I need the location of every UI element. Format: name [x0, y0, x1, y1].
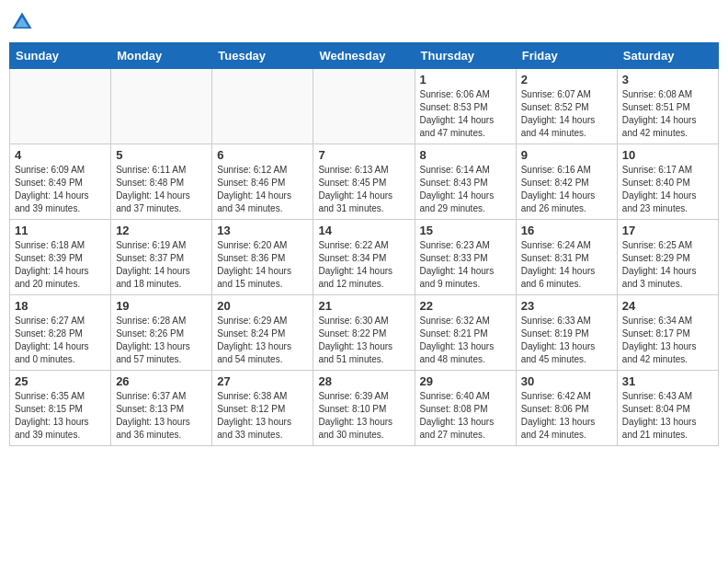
week-row-1: 1Sunrise: 6:06 AM Sunset: 8:53 PM Daylig… [10, 69, 719, 144]
cell-info: Sunrise: 6:14 AM Sunset: 8:43 PM Dayligh… [420, 164, 511, 215]
calendar-cell: 26Sunrise: 6:37 AM Sunset: 8:13 PM Dayli… [111, 371, 212, 446]
day-number: 31 [622, 374, 713, 388]
calendar-cell: 21Sunrise: 6:30 AM Sunset: 8:22 PM Dayli… [313, 295, 415, 371]
day-number: 23 [521, 299, 612, 313]
cell-info: Sunrise: 6:17 AM Sunset: 8:40 PM Dayligh… [622, 164, 713, 215]
calendar-cell: 30Sunrise: 6:42 AM Sunset: 8:06 PM Dayli… [516, 371, 617, 446]
day-number: 22 [420, 299, 511, 313]
calendar-cell: 17Sunrise: 6:25 AM Sunset: 8:29 PM Dayli… [617, 220, 718, 295]
cell-info: Sunrise: 6:32 AM Sunset: 8:21 PM Dayligh… [420, 315, 511, 366]
cell-info: Sunrise: 6:19 AM Sunset: 8:37 PM Dayligh… [116, 239, 207, 291]
day-number: 25 [15, 374, 106, 388]
cell-info: Sunrise: 6:37 AM Sunset: 8:13 PM Dayligh… [116, 390, 207, 442]
cell-info: Sunrise: 6:11 AM Sunset: 8:48 PM Dayligh… [116, 164, 207, 215]
calendar-cell: 13Sunrise: 6:20 AM Sunset: 8:36 PM Dayli… [212, 220, 313, 295]
calendar-cell: 28Sunrise: 6:39 AM Sunset: 8:10 PM Dayli… [313, 371, 415, 446]
cell-info: Sunrise: 6:29 AM Sunset: 8:24 PM Dayligh… [217, 315, 308, 366]
calendar-cell: 22Sunrise: 6:32 AM Sunset: 8:21 PM Dayli… [415, 295, 516, 371]
header-day-thursday: Thursday [415, 43, 516, 69]
calendar-cell: 19Sunrise: 6:28 AM Sunset: 8:26 PM Dayli… [111, 295, 212, 371]
calendar-cell: 9Sunrise: 6:16 AM Sunset: 8:42 PM Daylig… [516, 144, 617, 220]
day-number: 27 [217, 374, 308, 388]
cell-info: Sunrise: 6:09 AM Sunset: 8:49 PM Dayligh… [15, 164, 106, 215]
day-number: 29 [420, 374, 511, 388]
calendar-cell: 29Sunrise: 6:40 AM Sunset: 8:08 PM Dayli… [415, 371, 516, 446]
calendar-cell: 2Sunrise: 6:07 AM Sunset: 8:52 PM Daylig… [516, 69, 617, 144]
calendar-cell: 3Sunrise: 6:08 AM Sunset: 8:51 PM Daylig… [617, 69, 718, 144]
cell-info: Sunrise: 6:34 AM Sunset: 8:17 PM Dayligh… [622, 315, 713, 366]
calendar-cell: 11Sunrise: 6:18 AM Sunset: 8:39 PM Dayli… [10, 220, 111, 295]
day-number: 1 [420, 73, 511, 86]
header-day-wednesday: Wednesday [313, 43, 415, 69]
calendar-cell: 25Sunrise: 6:35 AM Sunset: 8:15 PM Dayli… [10, 371, 111, 446]
day-number: 4 [15, 148, 106, 162]
header-day-friday: Friday [516, 43, 617, 69]
day-number: 10 [622, 148, 713, 162]
week-row-5: 25Sunrise: 6:35 AM Sunset: 8:15 PM Dayli… [10, 371, 719, 446]
cell-info: Sunrise: 6:35 AM Sunset: 8:15 PM Dayligh… [15, 390, 106, 442]
day-number: 18 [15, 299, 106, 313]
cell-info: Sunrise: 6:40 AM Sunset: 8:08 PM Dayligh… [420, 390, 511, 442]
day-number: 5 [116, 148, 207, 162]
calendar-cell: 5Sunrise: 6:11 AM Sunset: 8:48 PM Daylig… [111, 144, 212, 220]
logo [9, 9, 39, 35]
calendar-cell: 7Sunrise: 6:13 AM Sunset: 8:45 PM Daylig… [313, 144, 415, 220]
header-day-tuesday: Tuesday [212, 43, 313, 69]
cell-info: Sunrise: 6:30 AM Sunset: 8:22 PM Dayligh… [318, 315, 409, 366]
cell-info: Sunrise: 6:13 AM Sunset: 8:45 PM Dayligh… [318, 164, 409, 215]
header-day-sunday: Sunday [10, 43, 111, 69]
calendar-cell: 14Sunrise: 6:22 AM Sunset: 8:34 PM Dayli… [313, 220, 415, 295]
day-number: 8 [420, 148, 511, 162]
calendar-table: SundayMondayTuesdayWednesdayThursdayFrid… [9, 42, 719, 446]
week-row-2: 4Sunrise: 6:09 AM Sunset: 8:49 PM Daylig… [10, 144, 719, 220]
cell-info: Sunrise: 6:39 AM Sunset: 8:10 PM Dayligh… [318, 390, 409, 442]
header-day-saturday: Saturday [617, 43, 718, 69]
day-number: 30 [521, 374, 612, 388]
cell-info: Sunrise: 6:18 AM Sunset: 8:39 PM Dayligh… [15, 239, 106, 291]
calendar-cell [313, 69, 415, 144]
cell-info: Sunrise: 6:22 AM Sunset: 8:34 PM Dayligh… [318, 239, 409, 291]
calendar-cell: 18Sunrise: 6:27 AM Sunset: 8:28 PM Dayli… [10, 295, 111, 371]
cell-info: Sunrise: 6:42 AM Sunset: 8:06 PM Dayligh… [521, 390, 612, 442]
day-number: 9 [521, 148, 612, 162]
calendar-cell: 12Sunrise: 6:19 AM Sunset: 8:37 PM Dayli… [111, 220, 212, 295]
cell-info: Sunrise: 6:16 AM Sunset: 8:42 PM Dayligh… [521, 164, 612, 215]
cell-info: Sunrise: 6:28 AM Sunset: 8:26 PM Dayligh… [116, 315, 207, 366]
cell-info: Sunrise: 6:24 AM Sunset: 8:31 PM Dayligh… [521, 239, 612, 291]
day-number: 16 [521, 224, 612, 237]
calendar-cell: 24Sunrise: 6:34 AM Sunset: 8:17 PM Dayli… [617, 295, 718, 371]
cell-info: Sunrise: 6:08 AM Sunset: 8:51 PM Dayligh… [622, 88, 713, 140]
day-number: 26 [116, 374, 207, 388]
calendar-cell [111, 69, 212, 144]
calendar-cell: 16Sunrise: 6:24 AM Sunset: 8:31 PM Dayli… [516, 220, 617, 295]
cell-info: Sunrise: 6:06 AM Sunset: 8:53 PM Dayligh… [420, 88, 511, 140]
day-number: 2 [521, 73, 612, 86]
calendar-cell [10, 69, 111, 144]
calendar-cell: 8Sunrise: 6:14 AM Sunset: 8:43 PM Daylig… [415, 144, 516, 220]
calendar-cell: 4Sunrise: 6:09 AM Sunset: 8:49 PM Daylig… [10, 144, 111, 220]
header-day-monday: Monday [111, 43, 212, 69]
cell-info: Sunrise: 6:23 AM Sunset: 8:33 PM Dayligh… [420, 239, 511, 291]
cell-info: Sunrise: 6:20 AM Sunset: 8:36 PM Dayligh… [217, 239, 308, 291]
day-number: 14 [318, 224, 409, 237]
day-number: 20 [217, 299, 308, 313]
day-number: 17 [622, 224, 713, 237]
cell-info: Sunrise: 6:12 AM Sunset: 8:46 PM Dayligh… [217, 164, 308, 215]
calendar-cell: 20Sunrise: 6:29 AM Sunset: 8:24 PM Dayli… [212, 295, 313, 371]
day-number: 13 [217, 224, 308, 237]
cell-info: Sunrise: 6:38 AM Sunset: 8:12 PM Dayligh… [217, 390, 308, 442]
page-header [9, 9, 719, 35]
cell-info: Sunrise: 6:27 AM Sunset: 8:28 PM Dayligh… [15, 315, 106, 366]
logo-icon [9, 9, 35, 35]
day-number: 15 [420, 224, 511, 237]
day-number: 19 [116, 299, 207, 313]
day-number: 7 [318, 148, 409, 162]
calendar-cell: 23Sunrise: 6:33 AM Sunset: 8:19 PM Dayli… [516, 295, 617, 371]
cell-info: Sunrise: 6:25 AM Sunset: 8:29 PM Dayligh… [622, 239, 713, 291]
day-number: 24 [622, 299, 713, 313]
week-row-4: 18Sunrise: 6:27 AM Sunset: 8:28 PM Dayli… [10, 295, 719, 371]
calendar-cell: 10Sunrise: 6:17 AM Sunset: 8:40 PM Dayli… [617, 144, 718, 220]
calendar-cell: 15Sunrise: 6:23 AM Sunset: 8:33 PM Dayli… [415, 220, 516, 295]
calendar-cell: 31Sunrise: 6:43 AM Sunset: 8:04 PM Dayli… [617, 371, 718, 446]
day-number: 12 [116, 224, 207, 237]
